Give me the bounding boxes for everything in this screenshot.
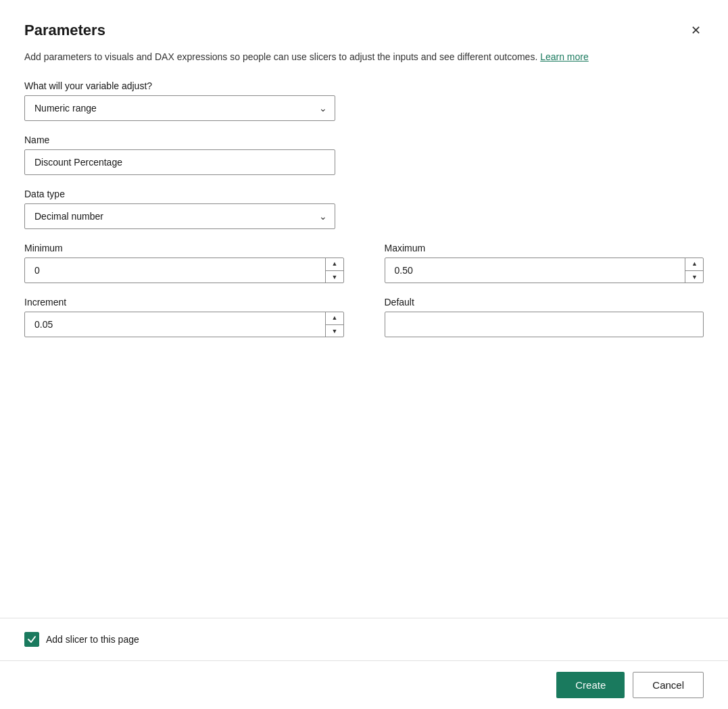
close-button[interactable]: ✕ [688, 22, 704, 39]
slicer-checkbox-label[interactable]: Add slicer to this page [46, 634, 139, 645]
learn-more-link[interactable]: Learn more [540, 51, 589, 62]
minimum-spinner: ▲ ▼ [325, 258, 344, 283]
maximum-col: Maximum ▲ ▼ [385, 243, 704, 283]
maximum-input[interactable] [385, 258, 704, 283]
parameters-dialog: Parameters ✕ Add parameters to visuals a… [0, 0, 728, 709]
default-label: Default [385, 297, 704, 308]
checkbox-section: Add slicer to this page [0, 618, 728, 660]
min-max-row: Minimum ▲ ▼ Maximum ▲ ▼ [24, 243, 704, 283]
cancel-button[interactable]: Cancel [633, 672, 704, 698]
increment-increment-btn[interactable]: ▲ [326, 312, 344, 325]
increment-spinner: ▲ ▼ [325, 312, 344, 337]
minimum-increment-btn[interactable]: ▲ [326, 258, 344, 271]
data-type-select-wrapper: Decimal number Whole number ⌄ [24, 203, 335, 229]
increment-input-wrapper: ▲ ▼ [24, 312, 344, 337]
create-button[interactable]: Create [556, 672, 625, 698]
increment-label: Increment [24, 297, 344, 308]
name-input[interactable] [24, 149, 335, 175]
increment-decrement-btn[interactable]: ▼ [326, 325, 344, 338]
description-text: Add parameters to visuals and DAX expres… [24, 50, 704, 64]
dialog-title: Parameters [24, 22, 105, 39]
variable-select-wrapper: Numeric range List of values ⌄ [24, 95, 335, 121]
maximum-label: Maximum [385, 243, 704, 253]
variable-section: What will your variable adjust? Numeric … [24, 80, 704, 121]
increment-default-row: Increment ▲ ▼ Default [24, 297, 704, 337]
maximum-spinner: ▲ ▼ [685, 258, 704, 283]
increment-col: Increment ▲ ▼ [24, 297, 344, 337]
description-content: Add parameters to visuals and DAX expres… [24, 51, 537, 62]
variable-select[interactable]: Numeric range List of values [24, 95, 335, 121]
maximum-increment-btn[interactable]: ▲ [685, 258, 704, 271]
increment-input[interactable] [24, 312, 344, 337]
dialog-header: Parameters ✕ [24, 22, 704, 39]
default-col: Default [385, 297, 704, 337]
slicer-checkbox-wrapper[interactable] [24, 632, 39, 647]
minimum-label: Minimum [24, 243, 344, 253]
data-type-label: Data type [24, 189, 704, 199]
dialog-body: Parameters ✕ Add parameters to visuals a… [0, 0, 728, 618]
data-type-section: Data type Decimal number Whole number ⌄ [24, 189, 704, 229]
default-input[interactable] [385, 312, 704, 337]
variable-label: What will your variable adjust? [24, 80, 704, 91]
data-type-select[interactable]: Decimal number Whole number [24, 203, 335, 229]
spacer [24, 351, 704, 472]
name-label: Name [24, 135, 704, 145]
dialog-footer: Create Cancel [0, 660, 728, 709]
minimum-decrement-btn[interactable]: ▼ [326, 271, 344, 284]
minimum-input[interactable] [24, 258, 344, 283]
maximum-input-wrapper: ▲ ▼ [385, 258, 704, 283]
minimum-input-wrapper: ▲ ▼ [24, 258, 344, 283]
name-section: Name [24, 135, 704, 175]
minimum-col: Minimum ▲ ▼ [24, 243, 344, 283]
maximum-decrement-btn[interactable]: ▼ [685, 271, 704, 284]
